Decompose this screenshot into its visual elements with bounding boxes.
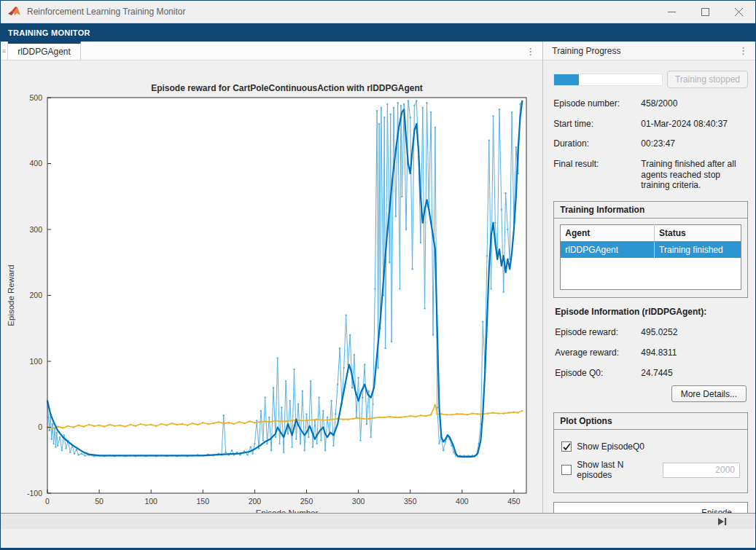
- reward-chart[interactable]: 050100150200250300350400450-100010020030…: [1, 60, 544, 513]
- episode-information-title: Episode Information (rlDDPGAgent):: [555, 307, 748, 317]
- minimize-icon: [668, 8, 676, 16]
- svg-text:Episode Reward: Episode Reward: [7, 264, 15, 326]
- check-icon: [562, 442, 572, 452]
- svg-text:500: 500: [29, 93, 42, 102]
- title-bar: Reinforcement Learning Training Monitor: [1, 1, 755, 23]
- average-reward-value: 494.8311: [641, 347, 748, 358]
- skip-to-end-icon[interactable]: [717, 517, 728, 526]
- training-progress-bar: [553, 74, 663, 86]
- episode-q0-value: 24.7445: [641, 368, 748, 378]
- episode-number-label: Episode number:: [553, 98, 641, 109]
- show-episodeq0-checkbox[interactable]: [561, 441, 572, 452]
- show-last-n-label: Show last N episodes: [577, 460, 657, 480]
- episode-number-value: 458/2000: [641, 98, 748, 109]
- minimize-button[interactable]: [655, 1, 688, 23]
- close-button[interactable]: [722, 1, 755, 23]
- agent-column-header: Agent: [561, 224, 655, 241]
- svg-text:Episode reward for CartPoleCon: Episode reward for CartPoleContinuousAct…: [151, 83, 423, 93]
- agents-table[interactable]: Agent Status rlDDPGAgent Training finish…: [560, 224, 741, 291]
- tab-menu-icon[interactable]: ⋮: [526, 42, 535, 60]
- window-title: Reinforcement Learning Training Monitor: [27, 7, 655, 17]
- tab-rlddpgagent[interactable]: rlDDPGAgent: [8, 42, 81, 60]
- svg-text:350: 350: [404, 497, 417, 506]
- table-empty-area: [561, 258, 741, 290]
- last-n-input[interactable]: [663, 463, 740, 478]
- episode-reward-label: Episode reward:: [555, 327, 641, 337]
- svg-text:450: 450: [507, 497, 521, 506]
- average-reward-label: Average reward:: [555, 347, 641, 358]
- final-result-label: Final result:: [553, 159, 641, 191]
- close-icon: [735, 8, 743, 16]
- panel-title: Training Progress: [552, 46, 620, 56]
- maximize-icon: [701, 8, 709, 16]
- legend-item-episode-reward: Episode reward: [561, 510, 671, 513]
- training-information-box: Training Information Agent Status rlDDPG…: [553, 201, 748, 299]
- agent-cell: rlDDPGAgent: [561, 241, 655, 258]
- plot-options-box: Plot Options Show EpisodeQ0: [553, 412, 748, 493]
- svg-text:Episode Number: Episode Number: [256, 508, 319, 513]
- legend-item-episode-q0: Episode Q0: [671, 510, 741, 513]
- svg-text:0: 0: [45, 497, 50, 506]
- training-progress-panel: Training Progress ⋮ Training stopped Epi…: [543, 42, 755, 513]
- svg-text:100: 100: [144, 497, 157, 506]
- panel-menu-icon[interactable]: ⋮: [739, 45, 748, 56]
- app-window: Reinforcement Learning Training Monitor …: [0, 0, 756, 550]
- chart-panel: 050100150200250300350400450-100010020030…: [1, 60, 542, 513]
- toolstrip-label: TRAINING MONITOR: [8, 28, 90, 37]
- episode-reward-value: 495.0252: [641, 327, 748, 337]
- svg-text:200: 200: [29, 291, 42, 299]
- status-column-header: Status: [655, 224, 741, 241]
- progress-fill: [554, 74, 579, 85]
- final-result-value: Training finished after all agents reach…: [641, 159, 748, 191]
- grip-icon[interactable]: ≡: [1, 42, 8, 60]
- status-cell: Training finished: [655, 241, 741, 258]
- table-row[interactable]: rlDDPGAgent Training finished: [561, 241, 741, 258]
- plot-options-title: Plot Options: [554, 413, 747, 430]
- tab-label: rlDDPGAgent: [17, 47, 71, 57]
- matlab-logo-icon: [8, 6, 21, 17]
- status-bar: [1, 513, 755, 529]
- svg-text:0: 0: [38, 423, 42, 431]
- start-time-label: Start time:: [553, 119, 641, 130]
- svg-text:400: 400: [456, 497, 469, 506]
- svg-text:250: 250: [300, 497, 313, 506]
- svg-text:50: 50: [95, 497, 104, 506]
- more-details-button[interactable]: More Details...: [671, 385, 747, 402]
- duration-value: 00:23:47: [641, 138, 748, 149]
- start-time-value: 01-Mar-2024 08:40:37: [641, 119, 748, 130]
- svg-text:-100: -100: [27, 489, 42, 498]
- episode-q0-label: Episode Q0:: [555, 368, 641, 378]
- svg-text:300: 300: [29, 225, 42, 234]
- maximize-button[interactable]: [688, 1, 722, 23]
- duration-label: Duration:: [553, 138, 641, 149]
- show-last-n-checkbox[interactable]: [561, 465, 572, 475]
- document-tab-bar: ≡ rlDDPGAgent ⋮: [1, 42, 542, 60]
- svg-text:300: 300: [352, 497, 365, 506]
- toolstrip-tab[interactable]: TRAINING MONITOR: [1, 23, 755, 42]
- svg-text:400: 400: [29, 159, 42, 168]
- svg-text:100: 100: [29, 357, 42, 366]
- svg-text:200: 200: [249, 497, 262, 506]
- chart-legend: Episode reward Average reward Episode Q0: [553, 502, 748, 513]
- show-episodeq0-label: Show EpisodeQ0: [577, 441, 644, 452]
- svg-text:150: 150: [197, 497, 210, 506]
- training-stopped-button[interactable]: Training stopped: [667, 71, 748, 88]
- training-information-title: Training Information: [554, 202, 747, 219]
